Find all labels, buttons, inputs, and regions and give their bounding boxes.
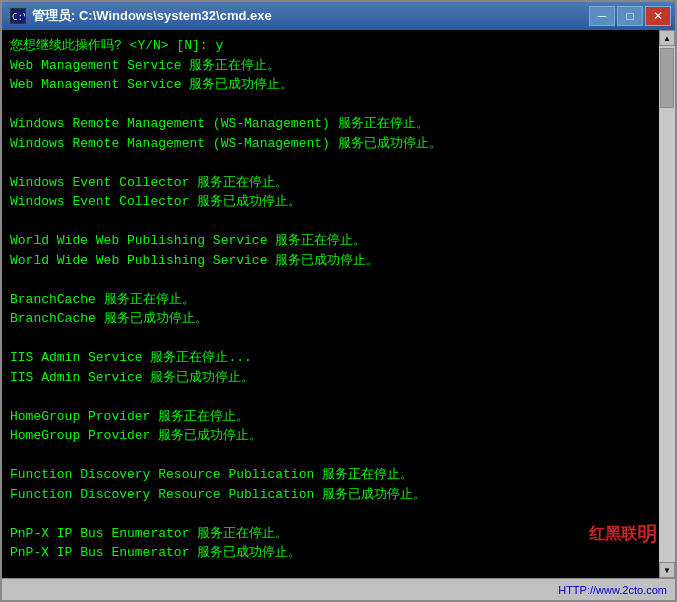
title-bar-left: C:\ 管理员: C:\Windows\system32\cmd.exe [10, 7, 272, 25]
scrollbar-track [659, 46, 675, 562]
terminal-line [10, 387, 651, 407]
window-title: 管理员: C:\Windows\system32\cmd.exe [32, 7, 272, 25]
terminal-line: IIS Admin Service 服务已成功停止。 [10, 368, 651, 388]
terminal-line: BranchCache 服务正在停止。 [10, 290, 651, 310]
cmd-icon: C:\ [10, 8, 26, 24]
terminal-line [10, 563, 651, 579]
terminal-line [10, 212, 651, 232]
scrollbar[interactable]: ▲ ▼ [659, 30, 675, 578]
content-area: 您想继续此操作吗? <Y/N> [N]: yWeb Management Ser… [2, 30, 675, 578]
terminal-line: Function Discovery Resource Publication … [10, 465, 651, 485]
scrollbar-up-button[interactable]: ▲ [659, 30, 675, 46]
terminal-line: HomeGroup Provider 服务已成功停止。 [10, 426, 651, 446]
minimize-button[interactable]: ─ [589, 6, 615, 26]
status-bar: HTTP://www.2cto.com [2, 578, 675, 600]
title-buttons: ─ □ ✕ [589, 6, 671, 26]
terminal-line: Windows Remote Management (WS-Management… [10, 134, 651, 154]
terminal-line: Windows Event Collector 服务正在停止。 [10, 173, 651, 193]
terminal-line: World Wide Web Publishing Service 服务正在停止… [10, 231, 651, 251]
title-bar: C:\ 管理员: C:\Windows\system32\cmd.exe ─ □… [2, 2, 675, 30]
window: C:\ 管理员: C:\Windows\system32\cmd.exe ─ □… [0, 0, 677, 602]
svg-text:C:\: C:\ [12, 12, 25, 22]
terminal-line [10, 270, 651, 290]
scrollbar-thumb[interactable] [660, 48, 674, 108]
terminal-line [10, 95, 651, 115]
terminal-line: Windows Remote Management (WS-Management… [10, 114, 651, 134]
terminal-line: World Wide Web Publishing Service 服务已成功停… [10, 251, 651, 271]
terminal-line: IIS Admin Service 服务正在停止... [10, 348, 651, 368]
terminal[interactable]: 您想继续此操作吗? <Y/N> [N]: yWeb Management Ser… [2, 30, 659, 578]
scrollbar-down-button[interactable]: ▼ [659, 562, 675, 578]
terminal-line: Function Discovery Resource Publication … [10, 485, 651, 505]
terminal-line [10, 504, 651, 524]
status-url: HTTP://www.2cto.com [558, 584, 667, 596]
close-button[interactable]: ✕ [645, 6, 671, 26]
terminal-line: PnP-X IP Bus Enumerator 服务已成功停止。 [10, 543, 651, 563]
terminal-line: Web Management Service 服务已成功停止。 [10, 75, 651, 95]
terminal-line [10, 329, 651, 349]
terminal-line: HomeGroup Provider 服务正在停止。 [10, 407, 651, 427]
terminal-line [10, 153, 651, 173]
terminal-line: 您想继续此操作吗? <Y/N> [N]: y [10, 36, 651, 56]
terminal-line: Web Management Service 服务正在停止。 [10, 56, 651, 76]
terminal-line: Windows Event Collector 服务已成功停止。 [10, 192, 651, 212]
maximize-button[interactable]: □ [617, 6, 643, 26]
terminal-line [10, 446, 651, 466]
terminal-line: PnP-X IP Bus Enumerator 服务正在停止。 [10, 524, 651, 544]
terminal-line: BranchCache 服务已成功停止。 [10, 309, 651, 329]
